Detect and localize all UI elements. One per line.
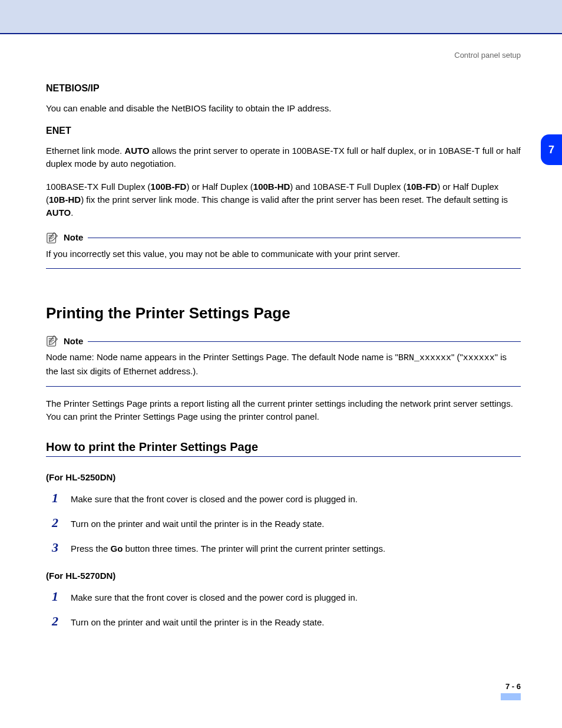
enet-p1: Ethernet link mode. AUTO allows the prin… [46,144,521,170]
list-item: 1Make sure that the front cover is close… [52,490,521,506]
netbios-body: You can enable and disable the NetBIOS f… [46,102,521,115]
note-body: If you incorrectly set this value, you m… [46,248,521,261]
top-bar [0,0,562,34]
section-title: Printing the Printer Settings Page [46,304,521,322]
enet-p2: 100BASE-TX Full Duplex (100B-FD) or Half… [46,180,521,219]
model-b-label: (For HL-5270DN) [46,571,521,581]
heading-netbios: NETBIOS/IP [46,83,521,94]
svg-rect-1 [47,337,56,347]
note-label: Note [64,336,83,346]
heading-enet: ENET [46,126,521,136]
note-label: Note [64,232,83,242]
list-item: 3Press the Go button three times. The pr… [52,540,521,555]
note-enet: Note If you incorrectly set this value, … [46,231,521,269]
note-icon [46,334,59,347]
intro-paragraph: The Printer Settings Page prints a repor… [46,397,521,423]
subsection-title: How to print the Printer Settings Page [46,440,521,457]
footer-accent [501,693,521,700]
note-icon [46,231,59,244]
running-head: Control panel setup [46,51,521,60]
model-a-steps: 1Make sure that the front cover is close… [46,490,521,555]
list-item: 2Turn on the printer and wait until the … [52,515,521,531]
chapter-tab: 7 [541,134,562,165]
list-item: 1Make sure that the front cover is close… [52,589,521,604]
note-body: Node name: Node name appears in the Prin… [46,351,521,378]
svg-rect-0 [47,233,56,243]
page-number: 7 - 6 [46,682,521,691]
model-b-steps: 1Make sure that the front cover is close… [46,589,521,629]
note-nodename: Note Node name: Node name appears in the… [46,334,521,387]
model-a-label: (For HL-5250DN) [46,472,521,482]
list-item: 2Turn on the printer and wait until the … [52,614,521,629]
